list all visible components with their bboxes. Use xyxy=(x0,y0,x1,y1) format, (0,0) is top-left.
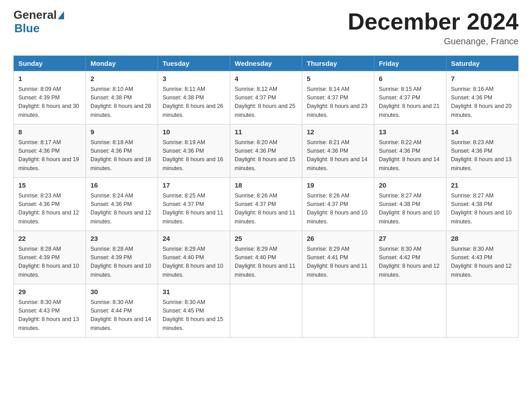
calendar-cell: 3Sunrise: 8:11 AMSunset: 4:38 PMDaylight… xyxy=(158,71,230,124)
cell-content: Sunrise: 8:30 AMSunset: 4:43 PMDaylight:… xyxy=(18,299,79,331)
calendar-day-header: Saturday xyxy=(446,56,519,71)
day-number: 26 xyxy=(307,234,369,244)
cell-content: Sunrise: 8:28 AMSunset: 4:39 PMDaylight:… xyxy=(18,246,79,278)
cell-content: Sunrise: 8:16 AMSunset: 4:36 PMDaylight:… xyxy=(451,86,512,118)
day-number: 28 xyxy=(451,234,514,244)
logo-general-text: General xyxy=(13,9,57,21)
cell-content: Sunrise: 8:20 AMSunset: 4:36 PMDaylight:… xyxy=(235,139,296,171)
cell-content: Sunrise: 8:18 AMSunset: 4:36 PMDaylight:… xyxy=(90,139,151,171)
day-number: 16 xyxy=(90,180,153,191)
calendar-week-row: 15Sunrise: 8:23 AMSunset: 4:36 PMDayligh… xyxy=(14,178,519,231)
calendar-cell xyxy=(302,284,374,338)
day-number: 5 xyxy=(307,74,369,84)
day-number: 9 xyxy=(90,127,153,137)
logo-blue-text: Blue xyxy=(13,21,39,35)
calendar-cell: 11Sunrise: 8:20 AMSunset: 4:36 PMDayligh… xyxy=(230,124,302,178)
calendar-cell: 12Sunrise: 8:21 AMSunset: 4:36 PMDayligh… xyxy=(302,124,374,178)
logo-triangle-icon xyxy=(58,11,64,19)
calendar-day-header: Friday xyxy=(374,56,446,71)
cell-content: Sunrise: 8:23 AMSunset: 4:36 PMDaylight:… xyxy=(451,139,512,171)
day-number: 11 xyxy=(235,127,297,137)
day-number: 6 xyxy=(379,74,442,84)
day-number: 1 xyxy=(18,74,81,84)
calendar-week-row: 1Sunrise: 8:09 AMSunset: 4:39 PMDaylight… xyxy=(14,71,519,124)
day-number: 10 xyxy=(163,127,225,137)
cell-content: Sunrise: 8:10 AMSunset: 4:38 PMDaylight:… xyxy=(90,86,151,118)
calendar-day-header: Thursday xyxy=(302,56,374,71)
calendar-cell: 17Sunrise: 8:25 AMSunset: 4:37 PMDayligh… xyxy=(158,178,230,231)
calendar-cell: 8Sunrise: 8:17 AMSunset: 4:36 PMDaylight… xyxy=(14,124,86,178)
calendar-cell: 13Sunrise: 8:22 AMSunset: 4:36 PMDayligh… xyxy=(374,124,446,178)
day-number: 29 xyxy=(18,287,81,297)
calendar-cell: 24Sunrise: 8:29 AMSunset: 4:40 PMDayligh… xyxy=(158,231,230,284)
calendar-cell: 30Sunrise: 8:30 AMSunset: 4:44 PMDayligh… xyxy=(86,284,158,338)
calendar-week-row: 8Sunrise: 8:17 AMSunset: 4:36 PMDaylight… xyxy=(14,124,519,178)
calendar-day-header: Sunday xyxy=(14,56,86,71)
calendar-cell: 15Sunrise: 8:23 AMSunset: 4:36 PMDayligh… xyxy=(14,178,86,231)
calendar-cell: 21Sunrise: 8:27 AMSunset: 4:38 PMDayligh… xyxy=(446,178,519,231)
calendar-cell: 25Sunrise: 8:29 AMSunset: 4:40 PMDayligh… xyxy=(230,231,302,284)
calendar-cell: 20Sunrise: 8:27 AMSunset: 4:38 PMDayligh… xyxy=(374,178,446,231)
calendar-day-header: Tuesday xyxy=(158,56,230,71)
cell-content: Sunrise: 8:30 AMSunset: 4:44 PMDaylight:… xyxy=(90,299,151,331)
month-title: December 2024 xyxy=(348,9,519,34)
calendar-header-row: SundayMondayTuesdayWednesdayThursdayFrid… xyxy=(14,56,519,71)
day-number: 22 xyxy=(18,234,81,244)
cell-content: Sunrise: 8:29 AMSunset: 4:40 PMDaylight:… xyxy=(163,246,223,278)
title-section: December 2024 Guenange, France xyxy=(348,9,519,47)
calendar-cell: 28Sunrise: 8:30 AMSunset: 4:43 PMDayligh… xyxy=(446,231,519,284)
day-number: 12 xyxy=(307,127,369,137)
calendar-table: SundayMondayTuesdayWednesdayThursdayFrid… xyxy=(13,56,519,338)
cell-content: Sunrise: 8:21 AMSunset: 4:36 PMDaylight:… xyxy=(307,139,368,171)
day-number: 27 xyxy=(379,234,442,244)
calendar-cell xyxy=(230,284,302,338)
cell-content: Sunrise: 8:29 AMSunset: 4:41 PMDaylight:… xyxy=(307,246,368,278)
cell-content: Sunrise: 8:26 AMSunset: 4:37 PMDaylight:… xyxy=(235,193,296,225)
day-number: 24 xyxy=(163,234,225,244)
cell-content: Sunrise: 8:17 AMSunset: 4:36 PMDaylight:… xyxy=(18,139,79,171)
calendar-cell: 18Sunrise: 8:26 AMSunset: 4:37 PMDayligh… xyxy=(230,178,302,231)
cell-content: Sunrise: 8:15 AMSunset: 4:37 PMDaylight:… xyxy=(379,86,440,118)
day-number: 21 xyxy=(451,180,514,191)
cell-content: Sunrise: 8:26 AMSunset: 4:37 PMDaylight:… xyxy=(307,193,368,225)
day-number: 7 xyxy=(451,74,514,84)
calendar-cell: 16Sunrise: 8:24 AMSunset: 4:36 PMDayligh… xyxy=(86,178,158,231)
day-number: 17 xyxy=(163,180,225,191)
cell-content: Sunrise: 8:14 AMSunset: 4:37 PMDaylight:… xyxy=(307,86,368,118)
calendar-cell: 29Sunrise: 8:30 AMSunset: 4:43 PMDayligh… xyxy=(14,284,86,338)
calendar-cell: 14Sunrise: 8:23 AMSunset: 4:36 PMDayligh… xyxy=(446,124,519,178)
day-number: 2 xyxy=(90,74,153,84)
cell-content: Sunrise: 8:23 AMSunset: 4:36 PMDaylight:… xyxy=(18,193,79,225)
calendar-cell: 9Sunrise: 8:18 AMSunset: 4:36 PMDaylight… xyxy=(86,124,158,178)
logo: General Blue xyxy=(13,9,64,35)
cell-content: Sunrise: 8:19 AMSunset: 4:36 PMDaylight:… xyxy=(163,139,223,171)
calendar-cell: 5Sunrise: 8:14 AMSunset: 4:37 PMDaylight… xyxy=(302,71,374,124)
calendar-week-row: 22Sunrise: 8:28 AMSunset: 4:39 PMDayligh… xyxy=(14,231,519,284)
calendar-cell: 22Sunrise: 8:28 AMSunset: 4:39 PMDayligh… xyxy=(14,231,86,284)
calendar-cell: 23Sunrise: 8:28 AMSunset: 4:39 PMDayligh… xyxy=(86,231,158,284)
cell-content: Sunrise: 8:24 AMSunset: 4:36 PMDaylight:… xyxy=(90,193,151,225)
cell-content: Sunrise: 8:30 AMSunset: 4:43 PMDaylight:… xyxy=(451,246,512,278)
page-header: General Blue December 2024 Guenange, Fra… xyxy=(13,9,519,47)
location-label: Guenange, France xyxy=(348,36,519,47)
calendar-cell: 31Sunrise: 8:30 AMSunset: 4:45 PMDayligh… xyxy=(158,284,230,338)
calendar-day-header: Monday xyxy=(86,56,158,71)
cell-content: Sunrise: 8:29 AMSunset: 4:40 PMDaylight:… xyxy=(235,246,296,278)
day-number: 23 xyxy=(90,234,153,244)
cell-content: Sunrise: 8:30 AMSunset: 4:42 PMDaylight:… xyxy=(379,246,440,278)
calendar-cell: 1Sunrise: 8:09 AMSunset: 4:39 PMDaylight… xyxy=(14,71,86,124)
day-number: 13 xyxy=(379,127,442,137)
calendar-cell: 7Sunrise: 8:16 AMSunset: 4:36 PMDaylight… xyxy=(446,71,519,124)
day-number: 14 xyxy=(451,127,514,137)
day-number: 30 xyxy=(90,287,153,297)
day-number: 18 xyxy=(235,180,297,191)
calendar-cell xyxy=(446,284,519,338)
cell-content: Sunrise: 8:11 AMSunset: 4:38 PMDaylight:… xyxy=(163,86,223,118)
day-number: 3 xyxy=(163,74,225,84)
calendar-day-header: Wednesday xyxy=(230,56,302,71)
calendar-cell: 19Sunrise: 8:26 AMSunset: 4:37 PMDayligh… xyxy=(302,178,374,231)
cell-content: Sunrise: 8:25 AMSunset: 4:37 PMDaylight:… xyxy=(163,193,223,225)
calendar-week-row: 29Sunrise: 8:30 AMSunset: 4:43 PMDayligh… xyxy=(14,284,519,338)
cell-content: Sunrise: 8:27 AMSunset: 4:38 PMDaylight:… xyxy=(379,193,440,225)
day-number: 19 xyxy=(307,180,369,191)
